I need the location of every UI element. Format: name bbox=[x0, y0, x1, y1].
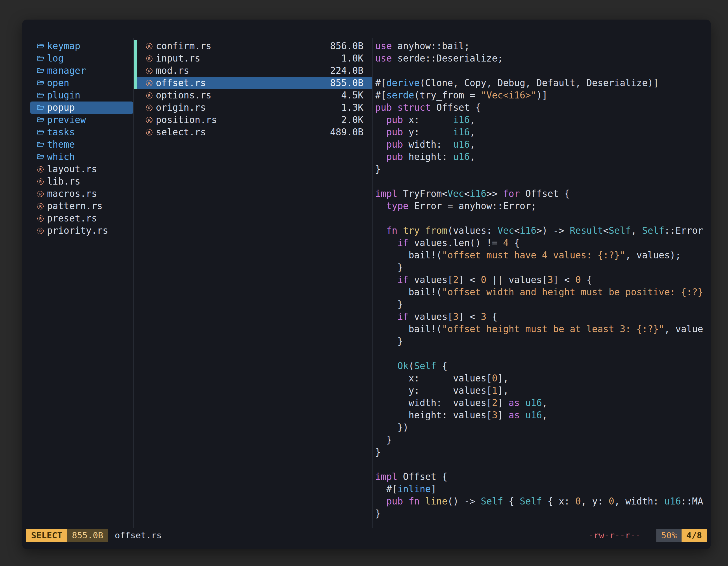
svg-text:R: R bbox=[148, 93, 151, 98]
parent-file-row[interactable]: R priority.rs bbox=[30, 225, 133, 237]
file-name: offset.rs bbox=[156, 77, 206, 89]
code-line: impl Offset { bbox=[375, 471, 710, 483]
code-line: x: values[0], bbox=[375, 372, 710, 384]
rust-file-icon: R bbox=[37, 215, 44, 222]
parent-file-row[interactable]: R preset.rs bbox=[30, 212, 133, 225]
file-row[interactable]: R offset.rs 855.0B bbox=[134, 77, 372, 89]
parent-folder-row[interactable]: R keymap bbox=[30, 40, 133, 52]
file-row[interactable]: R select.rs 489.0B bbox=[134, 126, 372, 139]
folder-icon bbox=[37, 68, 44, 74]
code-line: if values[2] < 0 || values[3] < 0 { bbox=[375, 274, 710, 286]
code-line: bail!("offset must have 4 values: {:?}",… bbox=[375, 249, 710, 262]
selection-marker bbox=[134, 52, 137, 65]
parent-directory-pane[interactable]: R keymap R log R bbox=[30, 40, 133, 237]
file-row[interactable]: R origin.rs 1.3K bbox=[134, 102, 372, 114]
folder-icon bbox=[37, 43, 44, 49]
folder-icon bbox=[37, 80, 44, 86]
code-line: Ok(Self { bbox=[375, 360, 710, 372]
entry-label: which bbox=[47, 151, 75, 163]
parent-folder-row[interactable]: R open bbox=[30, 77, 133, 89]
entry-label: popup bbox=[47, 102, 75, 114]
code-line: }) bbox=[375, 421, 710, 434]
rust-file-icon: R bbox=[37, 190, 44, 198]
parent-folder-row[interactable]: R theme bbox=[30, 139, 133, 151]
entry-label: open bbox=[47, 77, 69, 89]
entry-label: tasks bbox=[47, 126, 75, 139]
entry-label: plugin bbox=[47, 89, 80, 102]
file-name: select.rs bbox=[156, 126, 206, 139]
code-line bbox=[375, 347, 710, 360]
file-row[interactable]: R confirm.rs 856.0B bbox=[134, 40, 372, 52]
parent-folder-row[interactable]: R tasks bbox=[30, 126, 133, 139]
parent-folder-row[interactable]: R plugin bbox=[30, 89, 133, 102]
file-size: 1.0K bbox=[341, 52, 363, 65]
code-line: #[derive(Clone, Copy, Debug, Default, De… bbox=[375, 77, 710, 89]
code-line: use anyhow::bail; bbox=[375, 40, 710, 52]
file-name: mod.rs bbox=[156, 65, 189, 77]
code-line bbox=[375, 65, 710, 77]
code-line: y: values[1], bbox=[375, 384, 710, 397]
code-line bbox=[375, 212, 710, 225]
svg-text:R: R bbox=[39, 167, 42, 172]
rust-file-icon: R bbox=[145, 129, 153, 136]
svg-text:R: R bbox=[148, 69, 151, 73]
selection-marker bbox=[134, 40, 137, 52]
entry-label: macros.rs bbox=[47, 188, 97, 200]
code-line: } bbox=[375, 335, 710, 347]
code-line: pub height: u16, bbox=[375, 151, 710, 163]
parent-folder-row[interactable]: R preview bbox=[30, 114, 133, 126]
code-line: pub width: u16, bbox=[375, 139, 710, 151]
pane-separator bbox=[133, 38, 134, 528]
folder-icon bbox=[37, 142, 44, 148]
file-name: input.rs bbox=[156, 52, 200, 65]
preview-pane[interactable]: use anyhow::bail;use serde::Deserialize;… bbox=[375, 40, 710, 532]
parent-file-row[interactable]: R pattern.rs bbox=[30, 200, 133, 212]
file-row[interactable]: R input.rs 1.0K bbox=[134, 52, 372, 65]
parent-file-row[interactable]: R layout.rs bbox=[30, 163, 133, 175]
svg-text:R: R bbox=[148, 81, 151, 85]
code-line: if values[3] < 3 { bbox=[375, 311, 710, 323]
file-size: 856.0B bbox=[330, 40, 363, 52]
parent-folder-row[interactable]: R which bbox=[30, 151, 133, 163]
rust-file-icon: R bbox=[37, 166, 44, 173]
rust-file-icon: R bbox=[37, 227, 44, 235]
status-filename: offset.rs bbox=[115, 530, 162, 540]
code-line: height: values[3] as u16, bbox=[375, 409, 710, 421]
code-line bbox=[375, 175, 710, 188]
svg-text:R: R bbox=[148, 105, 151, 110]
svg-text:R: R bbox=[148, 118, 151, 122]
scroll-percent-badge: 50% bbox=[656, 529, 682, 542]
pane-separator bbox=[372, 38, 373, 528]
code-line: } bbox=[375, 446, 710, 458]
current-directory-pane[interactable]: R confirm.rs 856.0B R input.rs 1.0K R mo… bbox=[134, 40, 372, 139]
entry-label: keymap bbox=[47, 40, 80, 52]
terminal-window: R keymap R log R bbox=[22, 20, 711, 549]
cursor-position-badge: 4/8 bbox=[682, 529, 707, 542]
code-line: } bbox=[375, 508, 710, 520]
file-name: confirm.rs bbox=[156, 40, 212, 52]
file-size: 1.3K bbox=[341, 102, 363, 114]
code-line: if values.len() != 4 { bbox=[375, 237, 710, 249]
entry-label: theme bbox=[47, 139, 75, 151]
selection-marker bbox=[134, 65, 137, 77]
svg-text:R: R bbox=[39, 204, 42, 208]
parent-folder-row[interactable]: R log bbox=[30, 52, 133, 65]
file-row[interactable]: R mod.rs 224.0B bbox=[134, 65, 372, 77]
status-bar: SELECT 855.0B offset.rs -rw-r--r-- 50% 4… bbox=[26, 529, 707, 542]
file-row[interactable]: R options.rs 4.5K bbox=[134, 89, 372, 102]
parent-file-row[interactable]: R macros.rs bbox=[30, 188, 133, 200]
code-line: width: values[2] as u16, bbox=[375, 397, 710, 409]
entry-label: layout.rs bbox=[47, 163, 97, 175]
parent-folder-row[interactable]: R popup bbox=[30, 102, 133, 114]
code-line: use serde::Deserialize; bbox=[375, 52, 710, 65]
file-row[interactable]: R position.rs 2.0K bbox=[134, 114, 372, 126]
file-name: options.rs bbox=[156, 89, 212, 102]
svg-text:R: R bbox=[39, 229, 42, 233]
folder-icon bbox=[37, 55, 44, 62]
file-size: 224.0B bbox=[330, 65, 363, 77]
rust-file-icon: R bbox=[145, 116, 153, 124]
parent-folder-row[interactable]: R manager bbox=[30, 65, 133, 77]
parent-file-row[interactable]: R lib.rs bbox=[30, 175, 133, 188]
code-line: fn try_from(values: Vec<i16>) -> Result<… bbox=[375, 225, 710, 237]
file-permissions: -rw-r--r-- bbox=[588, 530, 641, 540]
